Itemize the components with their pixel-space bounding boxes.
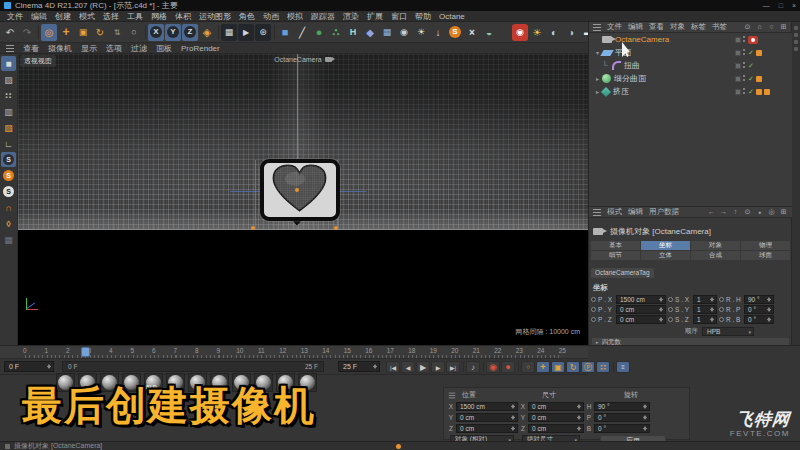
- rotation-field[interactable]: 90 °: [744, 295, 774, 304]
- filter-icon[interactable]: [767, 23, 776, 31]
- menu-item[interactable]: 扩展: [363, 11, 387, 22]
- add-cube-icon[interactable]: [277, 24, 293, 41]
- keyframe-dot[interactable]: [719, 297, 724, 302]
- visibility-toggle[interactable]: [743, 75, 746, 83]
- add-joint-icon[interactable]: [345, 24, 361, 41]
- render-picture-viewer-icon[interactable]: [238, 24, 254, 41]
- key-scale-icon[interactable]: [551, 361, 565, 373]
- om-menu-item[interactable]: 标签: [691, 22, 706, 32]
- key-rotation-icon[interactable]: [566, 361, 580, 373]
- live-selection-icon[interactable]: [41, 24, 57, 41]
- octane-material-icon[interactable]: [546, 24, 562, 41]
- viewport-menu-item[interactable]: 过滤: [131, 43, 147, 54]
- object-row-extrude[interactable]: 挤压: [589, 85, 792, 98]
- octane-camera-tag-button[interactable]: OctaneCameraTag: [591, 268, 654, 278]
- menu-item[interactable]: 网格: [147, 11, 171, 22]
- play-icon[interactable]: [416, 361, 430, 373]
- undo-icon[interactable]: [2, 24, 18, 41]
- octane-glossy-material-icon[interactable]: [563, 24, 579, 41]
- layer-toggle[interactable]: [735, 50, 741, 56]
- focus-icon[interactable]: [767, 208, 776, 216]
- home-icon[interactable]: [755, 23, 764, 31]
- scale-icon[interactable]: [75, 24, 91, 41]
- viewport-menu-item[interactable]: 面板: [156, 43, 172, 54]
- menu-item[interactable]: 体积: [171, 11, 195, 22]
- om-menu-item[interactable]: 编辑: [628, 22, 643, 32]
- add-volume-icon[interactable]: [362, 24, 378, 41]
- menu-item[interactable]: 编辑: [27, 11, 51, 22]
- lock-y-icon[interactable]: [165, 24, 181, 41]
- om-menu-item[interactable]: 文件: [607, 22, 622, 32]
- menu-item[interactable]: 运动图形: [195, 11, 235, 22]
- enabled-check-icon[interactable]: [748, 75, 754, 83]
- record-keyframe-icon[interactable]: [486, 361, 500, 373]
- rotation-field[interactable]: 0 °: [594, 413, 650, 422]
- menu-item[interactable]: 文件: [3, 11, 27, 22]
- om-menu-item[interactable]: 查看: [649, 22, 664, 32]
- viewport-menu-item[interactable]: 查看: [23, 43, 39, 54]
- goto-end-icon[interactable]: [446, 361, 460, 373]
- last-tool-icon[interactable]: [126, 24, 142, 41]
- add-floor-icon[interactable]: [430, 24, 446, 41]
- keyframe-dot[interactable]: [591, 317, 596, 322]
- keyframe-dot[interactable]: [591, 307, 596, 312]
- expand-arrow-icon[interactable]: [593, 75, 602, 82]
- attribute-tab[interactable]: 细节: [591, 251, 640, 260]
- add-spline-icon[interactable]: [294, 24, 310, 41]
- phong-tag[interactable]: [756, 76, 762, 82]
- object-row-subdivision[interactable]: 细分曲面: [589, 72, 792, 85]
- search-icon[interactable]: [743, 208, 752, 216]
- rotation-field[interactable]: 0 °: [744, 305, 774, 314]
- keyframe-dot[interactable]: [719, 317, 724, 322]
- rotation-field[interactable]: 90 °: [594, 402, 650, 411]
- key-position-icon[interactable]: [536, 361, 550, 373]
- viewport-menu-item[interactable]: 显示: [81, 43, 97, 54]
- coord-system-icon[interactable]: [199, 24, 215, 41]
- enabled-check-icon[interactable]: [748, 49, 754, 57]
- add-mograph-icon[interactable]: [328, 24, 344, 41]
- rotation-field[interactable]: 0 °: [594, 424, 650, 433]
- texture-tag[interactable]: [764, 89, 770, 95]
- visibility-toggle[interactable]: [743, 49, 746, 57]
- object-row-plane[interactable]: 平面: [589, 46, 792, 59]
- render-view-icon[interactable]: [221, 24, 237, 41]
- hamburger-icon[interactable]: [593, 209, 601, 216]
- attribute-tab[interactable]: 坐标: [641, 241, 690, 250]
- close-button[interactable]: ×: [792, 2, 796, 9]
- menu-item[interactable]: 渲染: [339, 11, 363, 22]
- viewport-menu-item[interactable]: 选项: [106, 43, 122, 54]
- scale-field[interactable]: 1: [693, 305, 717, 314]
- scale-field[interactable]: 1: [693, 295, 717, 304]
- am-menu-item[interactable]: 模式: [607, 207, 622, 217]
- attribute-tab[interactable]: 物理: [741, 241, 790, 250]
- attribute-tab[interactable]: 合成: [691, 251, 740, 260]
- keyframe-dot[interactable]: [668, 297, 673, 302]
- object-row-octanecamera[interactable]: OctaneCamera: [589, 33, 792, 46]
- add-particle-icon[interactable]: [464, 24, 480, 41]
- add-camera-icon[interactable]: [396, 24, 412, 41]
- position-field[interactable]: 1500 cm: [456, 402, 518, 411]
- viewport-menu-item[interactable]: 摄像机: [48, 43, 72, 54]
- workplane-icon[interactable]: [1, 216, 16, 231]
- visibility-toggle[interactable]: [743, 36, 746, 44]
- forward-icon[interactable]: [719, 208, 728, 216]
- maximize-button[interactable]: □: [779, 2, 783, 9]
- layer-toggle[interactable]: [735, 89, 741, 95]
- size-field[interactable]: 0 cm: [528, 424, 584, 433]
- lock-z-icon[interactable]: [182, 24, 198, 41]
- menu-item[interactable]: 选择: [99, 11, 123, 22]
- menu-item[interactable]: Octane: [435, 12, 469, 21]
- axis-handle-dot[interactable]: [251, 226, 255, 230]
- add-sky-icon[interactable]: [447, 24, 463, 41]
- add-subdivision-icon[interactable]: [311, 24, 327, 41]
- keyframe-selection-icon[interactable]: [521, 361, 535, 373]
- om-menu-item[interactable]: 对象: [670, 22, 685, 32]
- hamburger-icon[interactable]: [6, 45, 14, 52]
- panel-icon[interactable]: [779, 23, 788, 31]
- model-mode-icon[interactable]: [1, 56, 16, 71]
- polygon-mode-icon[interactable]: [1, 120, 16, 135]
- timeline-playhead[interactable]: [81, 347, 90, 357]
- axis-mode-icon[interactable]: [1, 136, 16, 151]
- add-field-icon[interactable]: [379, 24, 395, 41]
- lock-workplane-icon[interactable]: [1, 232, 16, 247]
